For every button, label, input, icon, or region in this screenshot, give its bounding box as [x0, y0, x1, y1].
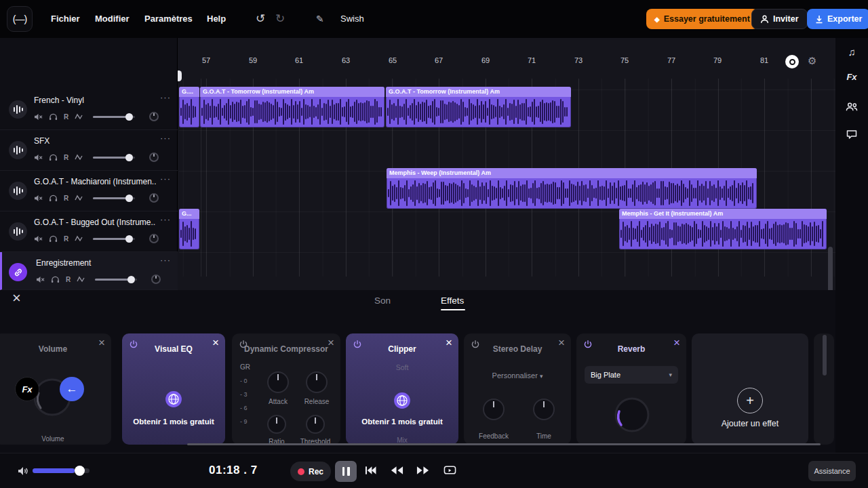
premium-cta[interactable]: Obtenir 1 mois gratuit [346, 418, 458, 426]
automation-icon[interactable] [75, 235, 83, 242]
audio-clip[interactable]: Memphis - Weep (Instrumental) Am [387, 168, 757, 209]
record-arm-button[interactable]: R [64, 154, 68, 161]
master-volume-icon[interactable] [18, 466, 28, 476]
track-row[interactable]: G.O.A.T - Machiaroni (Instrumen... ··· R [0, 171, 178, 211]
timeline-settings-gear-icon[interactable]: ⚙ [808, 55, 816, 67]
track-menu-button[interactable]: ··· [160, 174, 171, 184]
mute-icon[interactable] [34, 195, 43, 202]
headphones-solo-icon[interactable] [51, 275, 60, 283]
attack-knob[interactable] [267, 371, 289, 393]
undo-icon[interactable]: ↺ [256, 0, 265, 38]
record-arm-button[interactable]: R [64, 235, 68, 243]
redo-icon[interactable]: ↻ [275, 0, 285, 38]
effect-card-clipper[interactable]: × Clipper Soft Obtenir 1 mois gratuit Mi… [346, 333, 458, 445]
master-volume-slider[interactable] [33, 468, 90, 473]
tab-effets[interactable]: Effets [441, 296, 464, 306]
track-name[interactable]: Enregistrement [36, 258, 158, 268]
close-drawer-icon[interactable]: × [12, 291, 21, 306]
automation-icon[interactable] [75, 195, 83, 201]
audio-clip[interactable]: G... [179, 209, 199, 249]
track-row[interactable]: French - Vinyl ··· R [0, 89, 178, 130]
record-button[interactable]: Rec [290, 462, 331, 481]
feedback-knob[interactable] [483, 399, 505, 420]
effects-vertical-scrollbar[interactable] [823, 335, 827, 375]
release-knob[interactable] [306, 371, 328, 393]
back-arrow-button[interactable]: ← [60, 377, 84, 401]
skip-to-start-icon[interactable] [365, 466, 376, 475]
record-arm-button[interactable]: R [66, 276, 71, 283]
headphones-solo-icon[interactable] [49, 194, 58, 202]
track-row[interactable]: SFX ··· R [0, 130, 178, 171]
rewind-icon[interactable] [391, 466, 403, 475]
audio-clip[interactable]: Memphis - Get It (Instrumental) Am [619, 209, 827, 249]
pan-knob[interactable] [149, 193, 159, 203]
mute-icon[interactable] [34, 154, 43, 161]
premium-cta[interactable]: Obtenir 1 mois gratuit [122, 418, 225, 426]
track-volume-slider[interactable] [95, 279, 137, 281]
rename-pencil-icon[interactable]: ✎ [316, 0, 324, 38]
pan-knob[interactable] [149, 112, 159, 121]
track-menu-button[interactable]: ··· [160, 255, 171, 265]
track-row[interactable]: G.O.A.T - Bugged Out (Instrume... ··· R [0, 211, 178, 252]
record-arm-button[interactable]: R [64, 195, 68, 202]
track-volume-slider[interactable] [93, 197, 135, 199]
audio-clip[interactable]: G.O.A.T - Tomorrow (Instrumental) Am [386, 87, 571, 127]
track-menu-button[interactable]: ··· [160, 133, 171, 143]
automation-icon[interactable] [75, 154, 83, 161]
track-row-selected[interactable]: Enregistrement ··· R [0, 252, 178, 290]
slider-thumb[interactable] [125, 235, 133, 243]
mute-icon[interactable] [34, 113, 43, 121]
pan-knob[interactable] [151, 274, 161, 284]
effect-card-visual-eq[interactable]: × Visual EQ Obtenir 1 mois gratuit [122, 333, 225, 445]
ratio-knob[interactable] [267, 415, 286, 434]
remove-effect-icon[interactable]: × [98, 336, 105, 350]
volume-thumb[interactable] [75, 466, 85, 476]
mute-icon[interactable] [36, 276, 45, 283]
pan-knob[interactable] [149, 152, 159, 162]
effect-card-dynamic-compressor[interactable]: × Dynamic Compressor GR - 0 - 3 - 6 - 9 … [232, 333, 340, 445]
headphones-solo-icon[interactable] [49, 113, 58, 121]
track-volume-slider[interactable] [93, 157, 135, 159]
fast-forward-icon[interactable] [416, 466, 429, 475]
track-name[interactable]: French - Vinyl [34, 96, 156, 105]
automation-icon[interactable] [77, 276, 85, 283]
plus-icon[interactable]: + [737, 388, 763, 413]
clip-lane-grid[interactable]: G.... G.O.A.T - Tomorrow (Instrumental) … [179, 79, 835, 277]
headphones-solo-icon[interactable] [49, 235, 58, 243]
chat-icon[interactable] [846, 129, 857, 139]
pause-button[interactable] [335, 461, 357, 482]
menu-modifier[interactable]: Modifier [95, 0, 130, 38]
menu-parametres[interactable]: Paramètres [144, 0, 193, 38]
fx-panel-icon[interactable]: Fx [846, 72, 856, 82]
record-arm-button[interactable]: R [64, 113, 68, 121]
tab-son[interactable]: Son [374, 296, 391, 306]
add-effect-card[interactable]: + Ajouter un effet [692, 333, 808, 445]
effect-card-reverb[interactable]: × Reverb Big Plate ▾ [576, 333, 686, 445]
slider-thumb[interactable] [127, 276, 135, 283]
loop-region-icon[interactable] [443, 465, 456, 476]
audio-clip[interactable]: G.... [179, 87, 199, 127]
reverb-preset-select[interactable]: Big Plate ▾ [585, 366, 678, 384]
track-menu-button[interactable]: ··· [160, 92, 171, 102]
delay-preset-select[interactable]: Personnaliser ▾ [464, 371, 571, 380]
track-volume-slider[interactable] [93, 116, 135, 118]
try-premium-button[interactable]: ◆ Essayer gratuitement [646, 9, 758, 29]
slider-thumb[interactable] [125, 154, 133, 161]
assistance-button[interactable]: Assistance [808, 461, 856, 481]
project-title[interactable]: Swish [340, 0, 364, 38]
collaborators-icon[interactable] [846, 102, 859, 112]
effects-horizontal-scrollbar[interactable] [187, 443, 821, 445]
automation-icon[interactable] [75, 113, 83, 120]
headphones-solo-icon[interactable] [49, 153, 58, 161]
time-knob[interactable] [533, 399, 555, 420]
effect-card-stereo-delay[interactable]: × Stereo Delay Personnaliser ▾ Feedback … [464, 333, 571, 445]
mute-icon[interactable] [34, 235, 43, 243]
track-name[interactable]: G.O.A.T - Machiaroni (Instrumen... [34, 177, 156, 186]
threshold-knob[interactable] [306, 415, 325, 434]
slider-thumb[interactable] [125, 113, 133, 121]
menu-help[interactable]: Help [207, 0, 226, 38]
reverb-knob[interactable] [613, 396, 651, 434]
record-arm-all-icon[interactable] [785, 55, 799, 68]
app-logo[interactable]: (—) [7, 6, 33, 32]
audio-clip[interactable]: G.O.A.T - Tomorrow (Instrumental) Am [200, 87, 384, 127]
